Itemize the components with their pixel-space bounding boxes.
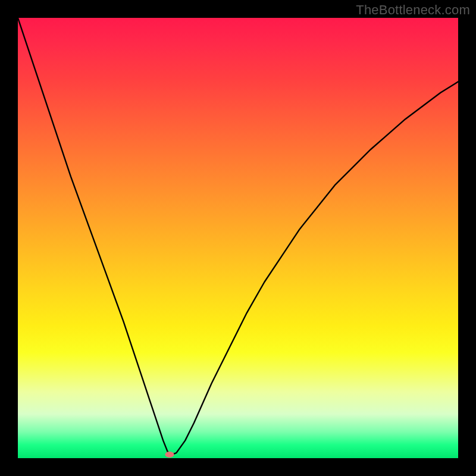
- plot-area: [18, 18, 458, 458]
- bottleneck-curve: [18, 18, 458, 458]
- minimum-marker: [165, 452, 174, 458]
- chart-frame: TheBottleneck.com: [0, 0, 476, 476]
- watermark-text: TheBottleneck.com: [356, 2, 470, 18]
